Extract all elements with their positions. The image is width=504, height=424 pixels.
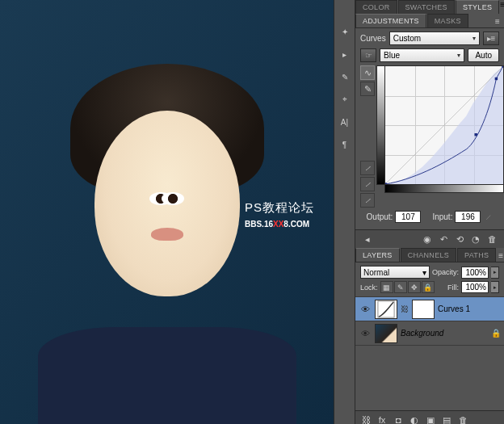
collapsed-panel-dock: ✦ ▸ ✎ ⌖ A| ¶ xyxy=(334,0,355,424)
curve-point[interactable] xyxy=(495,78,498,80)
layer-row-curves1[interactable]: 👁 ⛓ Curves 1 xyxy=(355,297,504,321)
reset-icon[interactable]: ⟲ xyxy=(452,233,467,246)
document-canvas[interactable]: PS教程论坛 BBS.16XX8.COM xyxy=(0,0,334,424)
lock-icon: 🔒 xyxy=(491,329,501,338)
lock-transparency-icon[interactable]: ▦ xyxy=(380,281,393,293)
paragraph-icon[interactable]: ¶ xyxy=(336,136,354,153)
opacity-input[interactable]: 100% xyxy=(461,267,489,279)
adjustments-footer: ◂ ◉ ↶ ⟲ ◔ 🗑 xyxy=(355,229,504,248)
add-mask-icon[interactable]: ◘ xyxy=(391,414,405,424)
clip-to-layer-icon[interactable]: ◔ xyxy=(468,233,483,246)
chevron-down-icon: ▾ xyxy=(457,52,460,59)
link-mask-icon[interactable]: ⛓ xyxy=(401,304,409,313)
curve-tool-icon[interactable]: ∿ xyxy=(360,65,375,80)
preset-menu-button[interactable]: ▸≡ xyxy=(483,31,499,45)
auto-button[interactable]: Auto xyxy=(468,48,499,62)
layer-options: Normal▾ Opacity: 100% ▸ Lock: ▦ ✎ ✥ 🔒 Fi… xyxy=(355,262,504,297)
layer-name[interactable]: Background xyxy=(401,329,488,338)
eyedropper-white-icon[interactable]: ⟋ xyxy=(360,193,375,208)
layer-style-icon[interactable]: fx xyxy=(375,414,389,424)
layer-name[interactable]: Curves 1 xyxy=(438,304,501,313)
tab-adjustments[interactable]: ADJUSTMENTS xyxy=(355,14,426,27)
tab-paths[interactable]: PATHS xyxy=(457,248,496,262)
lock-pixels-icon[interactable]: ✎ xyxy=(394,281,407,293)
fill-label: Fill: xyxy=(447,283,459,292)
preset-dropdown[interactable]: Custom ▾ xyxy=(389,31,480,45)
fill-slider-icon[interactable]: ▸ xyxy=(491,281,499,293)
on-image-adjust-button[interactable]: ☞ xyxy=(360,48,376,62)
layers-list: 👁 ⛓ Curves 1 👁 Background 🔒 xyxy=(355,297,504,410)
adjustment-thumbnail[interactable] xyxy=(375,300,397,319)
return-to-list-icon[interactable]: ◂ xyxy=(360,233,375,246)
opacity-slider-icon[interactable]: ▸ xyxy=(491,267,499,279)
watermark-text: PS教程论坛 BBS.16XX8.COM xyxy=(245,200,314,229)
curve-point[interactable] xyxy=(502,66,503,68)
tab-layers[interactable]: LAYERS xyxy=(355,248,400,262)
visibility-toggle-icon[interactable]: 👁 xyxy=(359,303,372,316)
eyedropper-gray-icon[interactable]: ⟋ xyxy=(360,177,375,191)
new-group-icon[interactable]: ▣ xyxy=(423,414,438,424)
visibility-toggle-icon[interactable]: 👁 xyxy=(359,327,372,340)
link-layers-icon[interactable]: ⛓ xyxy=(359,414,373,424)
input-gradient xyxy=(384,185,504,193)
chevron-down-icon: ▾ xyxy=(472,35,476,42)
adjustments-tabs: ADJUSTMENTS MASKS ≡ xyxy=(355,14,504,28)
character-icon[interactable]: A| xyxy=(336,113,354,131)
preset-value: Custom xyxy=(393,34,421,43)
output-gradient xyxy=(376,65,384,185)
delete-adjustment-icon[interactable]: 🗑 xyxy=(485,233,499,246)
layers-menu-icon[interactable]: ≡ xyxy=(497,250,504,262)
output-label: Output: xyxy=(367,212,393,221)
history-icon[interactable]: ✦ xyxy=(336,23,354,40)
layer-row-background[interactable]: 👁 Background 🔒 xyxy=(355,321,504,346)
curves-label: Curves xyxy=(360,34,386,43)
tab-color[interactable]: COLOR xyxy=(355,0,397,14)
new-layer-icon[interactable]: ▤ xyxy=(439,414,454,424)
blend-mode-dropdown[interactable]: Normal▾ xyxy=(360,266,430,279)
channel-dropdown[interactable]: Blue ▾ xyxy=(380,48,464,62)
previous-state-icon[interactable]: ↶ xyxy=(436,233,451,246)
channel-value: Blue xyxy=(384,51,400,60)
top-panel-tabs: COLOR SWATCHES STYLES ≡ xyxy=(355,0,504,14)
layers-footer: ⛓ fx ◘ ◐ ▣ ▤ 🗑 xyxy=(355,410,504,424)
input-input[interactable] xyxy=(455,211,481,223)
lock-all-icon[interactable]: 🔒 xyxy=(422,281,435,293)
watermark-line1: PS教程论坛 xyxy=(245,200,314,216)
output-input[interactable] xyxy=(395,211,421,223)
layer-mask-thumbnail[interactable] xyxy=(412,300,435,319)
layers-tabs: LAYERS CHANNELS PATHS ≡ xyxy=(355,248,504,262)
delete-layer-icon[interactable]: 🗑 xyxy=(456,414,470,424)
new-adjustment-icon[interactable]: ◐ xyxy=(407,414,422,424)
tab-channels[interactable]: CHANNELS xyxy=(401,248,456,262)
fill-input[interactable]: 100% xyxy=(461,281,489,293)
clone-source-icon[interactable]: ⌖ xyxy=(336,90,354,108)
tab-masks[interactable]: MASKS xyxy=(427,14,468,27)
curves-graph[interactable] xyxy=(384,65,504,185)
adjustments-panel: Curves Custom ▾ ▸≡ ☞ Blue ▾ Auto ∿ ✎ ⟋ ⟋… xyxy=(355,28,504,229)
lock-label: Lock: xyxy=(360,283,378,292)
input-label: Input: xyxy=(432,212,452,221)
pencil-tool-icon[interactable]: ✎ xyxy=(360,82,375,96)
brush-icon[interactable]: ✎ xyxy=(336,68,354,86)
lock-position-icon[interactable]: ✥ xyxy=(408,281,421,293)
curve-point[interactable] xyxy=(385,183,387,184)
tab-swatches[interactable]: SWATCHES xyxy=(398,0,455,14)
eyedropper-indicator-icon: ⟋ xyxy=(485,212,493,221)
actions-icon[interactable]: ▸ xyxy=(336,45,354,63)
layer-thumbnail[interactable] xyxy=(375,324,397,343)
curve-point-selected[interactable] xyxy=(475,133,477,136)
eyedropper-black-icon[interactable]: ⟋ xyxy=(360,161,375,175)
adjustments-menu-icon[interactable]: ≡ xyxy=(491,15,504,27)
toggle-visibility-icon[interactable]: ◉ xyxy=(420,233,435,246)
opacity-label: Opacity: xyxy=(432,268,459,276)
right-panel-stack: COLOR SWATCHES STYLES ≡ ADJUSTMENTS MASK… xyxy=(355,0,504,424)
chevron-down-icon: ▾ xyxy=(422,268,426,277)
curves-tool-column: ∿ ✎ ⟋ ⟋ ⟋ xyxy=(360,65,375,208)
tab-styles[interactable]: STYLES xyxy=(456,0,499,14)
panel-menu-icon[interactable]: ≡ xyxy=(500,0,504,14)
